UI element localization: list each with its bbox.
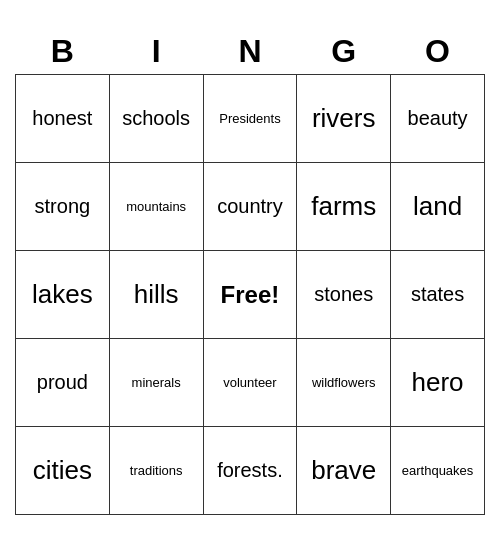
- bingo-cell: states: [391, 251, 485, 339]
- bingo-row: citiestraditionsforests.braveearthquakes: [16, 427, 485, 515]
- bingo-row: honestschoolsPresidentsriversbeauty: [16, 75, 485, 163]
- bingo-header-row: BINGO: [16, 29, 485, 75]
- bingo-cell: hills: [109, 251, 203, 339]
- bingo-cell: traditions: [109, 427, 203, 515]
- bingo-row: proudmineralsvolunteerwildflowershero: [16, 339, 485, 427]
- bingo-card: BINGO honestschoolsPresidentsriversbeaut…: [15, 29, 485, 515]
- bingo-cell: forests.: [203, 427, 297, 515]
- bingo-cell: rivers: [297, 75, 391, 163]
- bingo-cell: land: [391, 163, 485, 251]
- bingo-cell: stones: [297, 251, 391, 339]
- bingo-row: strongmountainscountryfarmsland: [16, 163, 485, 251]
- bingo-cell: volunteer: [203, 339, 297, 427]
- bingo-header-cell: B: [16, 29, 110, 75]
- bingo-cell: lakes: [16, 251, 110, 339]
- bingo-cell: mountains: [109, 163, 203, 251]
- bingo-cell: schools: [109, 75, 203, 163]
- bingo-cell: hero: [391, 339, 485, 427]
- bingo-cell: earthquakes: [391, 427, 485, 515]
- bingo-cell: cities: [16, 427, 110, 515]
- bingo-header-cell: N: [203, 29, 297, 75]
- bingo-row: lakeshillsFree!stonesstates: [16, 251, 485, 339]
- bingo-body: honestschoolsPresidentsriversbeautystron…: [16, 75, 485, 515]
- bingo-cell: beauty: [391, 75, 485, 163]
- bingo-header-cell: I: [109, 29, 203, 75]
- bingo-cell: brave: [297, 427, 391, 515]
- bingo-cell: strong: [16, 163, 110, 251]
- bingo-cell: Presidents: [203, 75, 297, 163]
- bingo-cell: honest: [16, 75, 110, 163]
- bingo-header-cell: G: [297, 29, 391, 75]
- bingo-header-cell: O: [391, 29, 485, 75]
- bingo-cell: wildflowers: [297, 339, 391, 427]
- bingo-cell: country: [203, 163, 297, 251]
- bingo-cell: Free!: [203, 251, 297, 339]
- bingo-cell: minerals: [109, 339, 203, 427]
- bingo-cell: proud: [16, 339, 110, 427]
- bingo-cell: farms: [297, 163, 391, 251]
